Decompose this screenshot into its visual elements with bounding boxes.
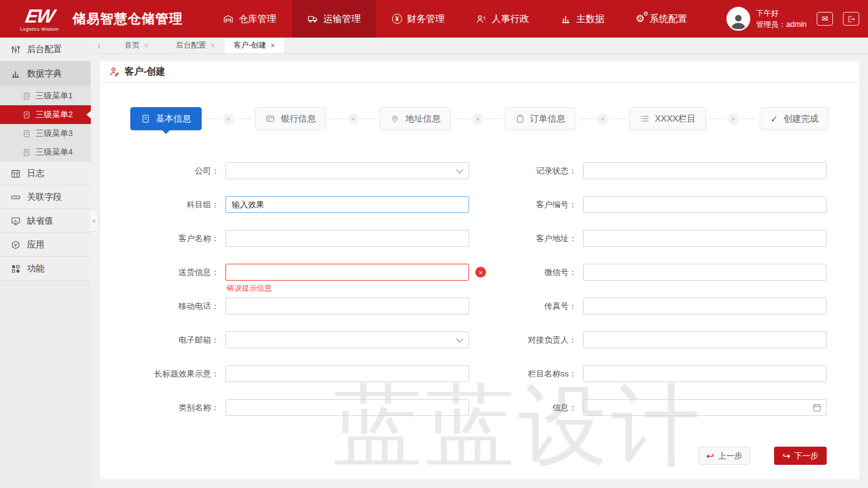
truck-icon — [307, 14, 318, 24]
customer-name-input[interactable] — [225, 230, 469, 247]
subject-group-input[interactable] — [225, 196, 469, 213]
user-text: 下午好 管理员：admin — [756, 8, 807, 30]
delivery-info-input[interactable] — [225, 264, 469, 281]
tab-backend-config[interactable]: 后台配置 × — [166, 38, 225, 53]
step-label: 订单信息 — [530, 113, 566, 125]
close-icon[interactable]: × — [271, 41, 275, 50]
prev-step-button[interactable]: ↩ 上一步 — [698, 447, 751, 465]
check-icon: ✓ — [770, 114, 778, 124]
step-basic-info[interactable]: 基本信息 — [130, 107, 202, 130]
field-label: 栏目名称ss： — [469, 368, 583, 380]
mail-button[interactable]: ✉ — [817, 12, 833, 26]
wechat-input[interactable] — [583, 264, 827, 281]
document-icon — [23, 92, 31, 100]
category-name-input[interactable] — [225, 399, 469, 416]
column-name-input[interactable] — [583, 365, 827, 382]
sidebar-item-label: 日志 — [27, 168, 44, 179]
customer-create-icon — [109, 66, 120, 77]
long-title-input[interactable] — [225, 365, 469, 382]
sidebar-subitem-menu2[interactable]: 三级菜单2 — [0, 105, 91, 124]
subject-group-wrap — [225, 196, 469, 213]
sidebar: 后台配置 数据字典 三级菜单1 三级菜单2 三级菜单3 三级菜单4 日志 关联字… — [0, 38, 91, 488]
step-address-info[interactable]: 地址信息 — [380, 107, 451, 130]
tabs-scroll-left-button[interactable]: ‹ — [91, 38, 107, 53]
email-select[interactable] — [225, 331, 469, 348]
user-role: 管理员：admin — [756, 19, 807, 30]
close-icon[interactable]: × — [210, 41, 215, 50]
nav-item-finance[interactable]: ¥ 财务管理 — [376, 0, 460, 38]
nav-item-transport[interactable]: 运输管理 — [292, 0, 376, 38]
contact-person-input[interactable] — [583, 331, 827, 348]
logout-icon — [847, 15, 855, 23]
company-select[interactable] — [225, 162, 469, 179]
document-icon — [23, 148, 31, 157]
tab-home[interactable]: 首页 × — [107, 38, 166, 53]
nav-item-hr[interactable]: 人事行政 — [460, 0, 545, 38]
person-icon — [476, 14, 487, 24]
tab-bar: ‹ 首页 × 后台配置 × 客户-创建 × — [91, 38, 868, 54]
field-label: 长标题效果示意： — [132, 368, 225, 380]
field-label: 信息： — [469, 402, 583, 413]
sidebar-subitem-label: 三级菜单3 — [36, 128, 73, 139]
steps-wizard: 基本信息 » 银行信息 » 地址信息 » 订单信息 » XXXX栏目 » — [130, 107, 829, 130]
step-label: 银行信息 — [281, 113, 316, 125]
step-arrow-icon: » — [472, 113, 483, 125]
sidebar-subitem-menu4[interactable]: 三级菜单4 — [0, 143, 91, 162]
gear-icon: ⚙⚙ — [636, 14, 644, 24]
info-date-input[interactable] — [583, 399, 827, 416]
fax-input[interactable] — [583, 298, 827, 314]
calendar-icon[interactable] — [812, 403, 822, 412]
field-label: 传真号： — [469, 301, 583, 312]
user-profile[interactable]: 下午好 管理员：admin — [726, 7, 807, 31]
step-xxxx-column[interactable]: XXXX栏目 — [629, 107, 706, 130]
customer-address-input[interactable] — [583, 230, 827, 247]
step-bank-info[interactable]: 银行信息 — [255, 107, 326, 130]
step-arrow-icon: » — [728, 113, 739, 125]
sliders-icon — [11, 44, 21, 55]
sidebar-collapse-handle[interactable]: « — [90, 209, 98, 232]
nav-item-warehouse[interactable]: 仓库管理 — [207, 0, 292, 38]
avatar-person-icon — [729, 12, 748, 31]
wizard-footer-buttons: ↩ 上一步 ↪ 下一步 — [698, 447, 827, 465]
next-step-button[interactable]: ↪ 下一步 — [774, 447, 827, 465]
nav-label: 仓库管理 — [239, 13, 276, 25]
sidebar-item-backend-config[interactable]: 后台配置 — [0, 38, 91, 61]
nav-item-master-data[interactable]: 主数据 — [545, 0, 620, 38]
sidebar-subitem-label: 三级菜单4 — [36, 147, 73, 158]
sidebar-subitem-menu3[interactable]: 三级菜单3 — [0, 124, 91, 143]
email-select-wrap — [225, 331, 469, 348]
tab-customer-create[interactable]: 客户-创建 × — [225, 38, 284, 53]
chevron-left-icon: ‹ — [98, 41, 101, 51]
field-label: 客户地址： — [469, 233, 583, 244]
avatar — [726, 7, 750, 31]
info-date-wrap — [583, 399, 827, 416]
field-label: 记录状态： — [469, 165, 583, 177]
sidebar-item-default-values[interactable]: 缺省值 — [0, 209, 91, 233]
sidebar-item-applications[interactable]: 应用 — [0, 233, 91, 257]
sidebar-item-linked-fields[interactable]: 关联字段 — [0, 185, 91, 209]
sidebar-item-functions[interactable]: 功能 — [0, 257, 91, 281]
bank-card-icon — [266, 114, 275, 123]
page-title: 客户-创建 — [125, 66, 165, 78]
sidebar-subitem-menu1[interactable]: 三级菜单1 — [0, 86, 91, 105]
step-order-info[interactable]: 订单信息 — [505, 107, 576, 130]
mobile-phone-input[interactable] — [225, 298, 469, 314]
mail-icon: ✉ — [822, 14, 828, 23]
record-status-input[interactable] — [583, 162, 827, 179]
logout-button[interactable] — [843, 12, 859, 26]
field-label: 公司： — [132, 165, 225, 177]
step-create-complete[interactable]: ✓ 创建完成 — [760, 107, 829, 130]
error-icon[interactable]: × — [475, 267, 486, 278]
close-icon[interactable]: × — [144, 41, 148, 50]
step-connector: » — [579, 113, 627, 125]
sidebar-item-data-dictionary[interactable]: 数据字典 — [0, 61, 91, 86]
sidebar-item-logs[interactable]: 日志 — [0, 162, 91, 185]
tab-label: 后台配置 — [176, 40, 206, 51]
field-label: 客户名称： — [132, 233, 225, 244]
customer-no-input[interactable] — [583, 196, 827, 213]
nav-label: 运输管理 — [323, 13, 361, 25]
main-nav: 仓库管理 运输管理 ¥ 财务管理 人事行政 主数据 ⚙⚙ 系统配置 — [207, 0, 703, 38]
tab-label: 客户-创建 — [234, 40, 266, 51]
field-label: 类别名称： — [132, 402, 225, 413]
nav-item-system-config[interactable]: ⚙⚙ 系统配置 — [620, 0, 703, 38]
